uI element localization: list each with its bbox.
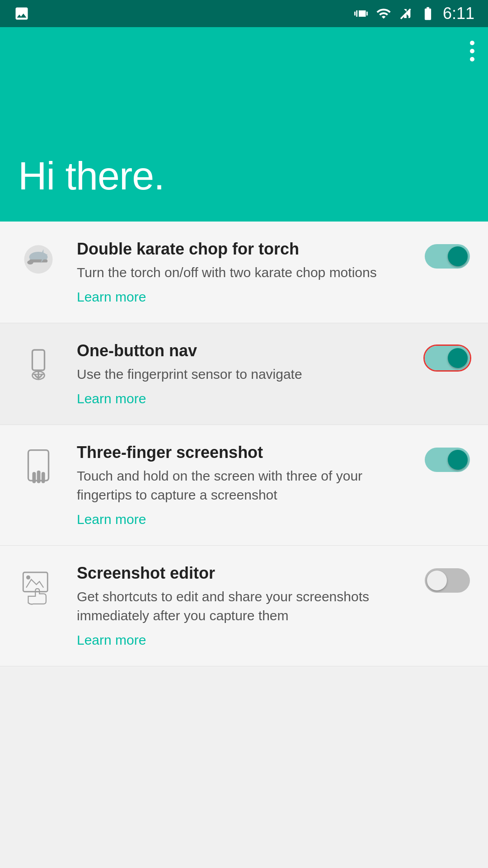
status-bar-right: 6:11: [354, 4, 474, 23]
editor-content: Screenshot editor Get shortcuts to edit …: [77, 564, 411, 648]
nav-toggle-wrap: [425, 346, 470, 370]
greeting-title: Hi there.: [18, 153, 470, 199]
screenshot-learn-more[interactable]: Learn more: [77, 512, 411, 527]
torch-desc: Turn the torch on/off with two karate ch…: [77, 263, 411, 282]
screenshot-content: Three-finger screenshot Touch and hold o…: [77, 443, 411, 527]
editor-toggle-thumb: [427, 571, 447, 590]
more-options-button[interactable]: [470, 41, 474, 61]
feature-item-editor: Screenshot editor Get shortcuts to edit …: [0, 546, 488, 666]
one-button-nav-icon: [18, 346, 59, 387]
feature-item-screenshot: Three-finger screenshot Touch and hold o…: [0, 425, 488, 546]
editor-title: Screenshot editor: [77, 564, 411, 583]
editor-icon-wrap: [14, 568, 63, 609]
nav-desc: Use the fingerprint sensor to navigate: [77, 365, 411, 384]
torch-toggle-wrap: [425, 244, 470, 269]
screenshot-editor-icon: [18, 568, 59, 609]
editor-toggle[interactable]: [425, 568, 470, 593]
three-finger-icon: [18, 448, 59, 488]
svg-point-4: [27, 260, 33, 264]
screenshot-icon-wrap: [14, 448, 63, 488]
torch-icon-wrap: [14, 244, 63, 285]
karate-chop-icon: [18, 244, 59, 285]
torch-content: Double karate chop for torch Turn the to…: [77, 240, 411, 305]
vibrate-icon: [354, 6, 370, 21]
torch-toggle-thumb: [448, 246, 468, 266]
screenshot-toggle[interactable]: [425, 448, 470, 472]
editor-toggle-wrap: [425, 568, 470, 593]
svg-rect-13: [42, 472, 45, 483]
editor-learn-more[interactable]: Learn more: [77, 632, 411, 648]
torch-toggle[interactable]: [425, 244, 470, 269]
header: Hi there.: [0, 27, 488, 222]
svg-rect-11: [33, 472, 36, 483]
nav-icon-wrap: [14, 346, 63, 387]
status-time: 6:11: [443, 4, 474, 23]
torch-learn-more[interactable]: Learn more: [77, 289, 411, 305]
screenshot-title: Three-finger screenshot: [77, 443, 411, 462]
status-bar-left: [14, 5, 30, 22]
status-bar: 6:11: [0, 0, 488, 27]
no-signal-icon: [398, 6, 413, 21]
feature-item-nav: One-button nav Use the fingerprint senso…: [0, 323, 488, 425]
battery-icon: [419, 6, 436, 21]
screenshot-toggle-wrap: [425, 448, 470, 472]
screenshot-desc: Touch and hold on the screen with three …: [77, 467, 411, 505]
screenshot-toggle-thumb: [448, 450, 468, 470]
nav-toggle[interactable]: [425, 346, 470, 370]
wifi-icon: [376, 6, 391, 21]
svg-rect-14: [23, 572, 47, 592]
photo-icon: [14, 5, 30, 22]
nav-toggle-thumb: [448, 348, 468, 368]
nav-content: One-button nav Use the fingerprint senso…: [77, 341, 411, 406]
svg-point-15: [26, 576, 30, 580]
nav-title: One-button nav: [77, 341, 411, 360]
svg-rect-6: [33, 350, 45, 370]
feature-item-torch: Double karate chop for torch Turn the to…: [0, 222, 488, 323]
features-list: Double karate chop for torch Turn the to…: [0, 222, 488, 666]
nav-learn-more[interactable]: Learn more: [77, 391, 411, 406]
editor-desc: Get shortcuts to edit and share your scr…: [77, 587, 411, 625]
svg-rect-12: [37, 471, 41, 483]
torch-title: Double karate chop for torch: [77, 240, 411, 259]
